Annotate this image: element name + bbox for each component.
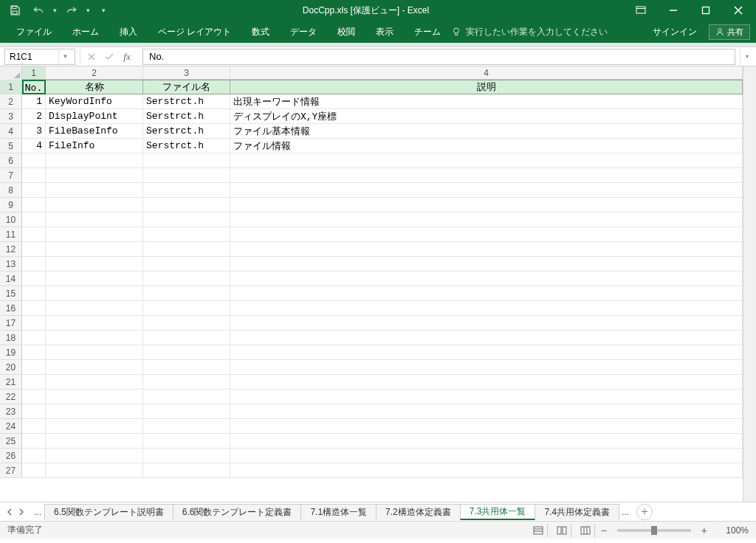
- select-all-button[interactable]: [0, 66, 22, 80]
- empty-cell[interactable]: [230, 286, 743, 301]
- empty-cell[interactable]: [143, 168, 230, 183]
- empty-cell[interactable]: [46, 463, 143, 478]
- empty-cell[interactable]: [230, 212, 743, 227]
- row-header[interactable]: 10: [0, 212, 22, 227]
- empty-cell[interactable]: [46, 375, 143, 390]
- empty-cell[interactable]: [230, 316, 743, 331]
- empty-cell[interactable]: [230, 419, 743, 434]
- cancel-formula-button[interactable]: [83, 49, 100, 64]
- zoom-slider[interactable]: [617, 529, 691, 532]
- empty-cell[interactable]: [46, 227, 143, 242]
- tab-formulas[interactable]: 数式: [241, 21, 280, 43]
- empty-cell[interactable]: [230, 257, 743, 272]
- maximize-button[interactable]: [691, 0, 721, 21]
- empty-cell[interactable]: [143, 153, 230, 168]
- row-header[interactable]: 13: [0, 257, 22, 272]
- formula-input[interactable]: [142, 49, 735, 65]
- data-cell[interactable]: Serstrct.h: [143, 109, 230, 124]
- row-header[interactable]: 7: [0, 168, 22, 183]
- row-header[interactable]: 18: [0, 331, 22, 345]
- empty-cell[interactable]: [46, 168, 143, 183]
- empty-cell[interactable]: [22, 404, 46, 419]
- empty-cell[interactable]: [22, 449, 46, 463]
- tab-file[interactable]: ファイル: [6, 21, 62, 43]
- data-cell[interactable]: 3: [22, 124, 46, 139]
- empty-cell[interactable]: [46, 286, 143, 301]
- data-cell[interactable]: ディスプレイのX,Y座標: [230, 109, 743, 124]
- row-header[interactable]: 26: [0, 449, 22, 463]
- tab-home[interactable]: ホーム: [62, 21, 109, 43]
- tab-nav-next[interactable]: [16, 507, 27, 517]
- empty-cell[interactable]: [230, 272, 743, 286]
- row-header[interactable]: 25: [0, 434, 22, 449]
- data-cell[interactable]: Serstrct.h: [143, 139, 230, 153]
- empty-cell[interactable]: [143, 390, 230, 404]
- data-cell[interactable]: 出現キーワード情報: [230, 94, 743, 109]
- page-layout-view-button[interactable]: [554, 524, 571, 537]
- empty-cell[interactable]: [22, 390, 46, 404]
- data-cell[interactable]: FileBaseInfo: [46, 124, 143, 139]
- empty-cell[interactable]: [230, 434, 743, 449]
- row-header[interactable]: 15: [0, 286, 22, 301]
- normal-view-button[interactable]: [530, 524, 548, 537]
- header-cell[interactable]: 名称: [46, 80, 143, 94]
- name-box[interactable]: ▼: [4, 49, 75, 65]
- empty-cell[interactable]: [46, 242, 143, 257]
- row-header[interactable]: 14: [0, 272, 22, 286]
- empty-cell[interactable]: [22, 434, 46, 449]
- vertical-scrollbar[interactable]: [743, 66, 756, 502]
- expand-formula-bar[interactable]: ▾: [740, 49, 753, 65]
- header-cell[interactable]: No.: [22, 80, 46, 94]
- data-cell[interactable]: ファイル基本情報: [230, 124, 743, 139]
- zoom-percentage[interactable]: 100%: [713, 525, 749, 536]
- data-cell[interactable]: FileInfo: [46, 139, 143, 153]
- empty-cell[interactable]: [230, 463, 743, 478]
- empty-cell[interactable]: [230, 375, 743, 390]
- empty-cell[interactable]: [143, 198, 230, 212]
- row-header[interactable]: 22: [0, 390, 22, 404]
- empty-cell[interactable]: [143, 183, 230, 198]
- column-header-4[interactable]: 4: [230, 66, 743, 79]
- row-header[interactable]: 8: [0, 183, 22, 198]
- redo-button[interactable]: [63, 1, 80, 19]
- redo-dropdown-icon[interactable]: ▾: [86, 7, 90, 14]
- empty-cell[interactable]: [46, 419, 143, 434]
- sheet-tab[interactable]: 7.1構造体一覧: [300, 504, 377, 520]
- sheet-tab[interactable]: 6.6関数テンプレート定義書: [173, 504, 302, 520]
- empty-cell[interactable]: [143, 257, 230, 272]
- tab-overflow-left[interactable]: ...: [31, 507, 44, 517]
- tab-insert[interactable]: 挿入: [109, 21, 148, 43]
- tab-page-layout[interactable]: ページ レイアウト: [148, 21, 241, 43]
- sheet-tab[interactable]: 7.4共用体定義書: [535, 504, 619, 520]
- sheet-tab[interactable]: 6.5関数テンプレート説明書: [44, 504, 173, 520]
- data-cell[interactable]: DisplayPoint: [46, 109, 143, 124]
- tab-overflow-right[interactable]: ...: [619, 507, 632, 517]
- empty-cell[interactable]: [46, 360, 143, 375]
- column-header-2[interactable]: 2: [46, 66, 143, 79]
- empty-cell[interactable]: [22, 183, 46, 198]
- row-header[interactable]: 23: [0, 404, 22, 419]
- row-header[interactable]: 9: [0, 198, 22, 212]
- empty-cell[interactable]: [230, 242, 743, 257]
- row-header[interactable]: 5: [0, 139, 22, 153]
- empty-cell[interactable]: [143, 375, 230, 390]
- data-cell[interactable]: ファイル情報: [230, 139, 743, 153]
- save-button[interactable]: [6, 1, 24, 19]
- empty-cell[interactable]: [143, 212, 230, 227]
- row-header[interactable]: 1: [0, 80, 22, 94]
- column-header-3[interactable]: 3: [143, 66, 230, 79]
- row-header[interactable]: 24: [0, 419, 22, 434]
- tab-view[interactable]: 表示: [365, 21, 404, 43]
- close-button[interactable]: [724, 0, 753, 21]
- empty-cell[interactable]: [230, 390, 743, 404]
- sheet-tab[interactable]: 7.2構造体定義書: [376, 504, 461, 520]
- sheet-tab[interactable]: 7.3共用体一覧: [460, 504, 536, 520]
- empty-cell[interactable]: [22, 242, 46, 257]
- data-cell[interactable]: Serstrct.h: [143, 124, 230, 139]
- page-break-view-button[interactable]: [577, 524, 595, 537]
- row-header[interactable]: 4: [0, 124, 22, 139]
- column-header-1[interactable]: 1: [22, 66, 46, 79]
- ribbon-display-button[interactable]: [626, 0, 656, 21]
- empty-cell[interactable]: [143, 434, 230, 449]
- tab-team[interactable]: チーム: [404, 21, 451, 43]
